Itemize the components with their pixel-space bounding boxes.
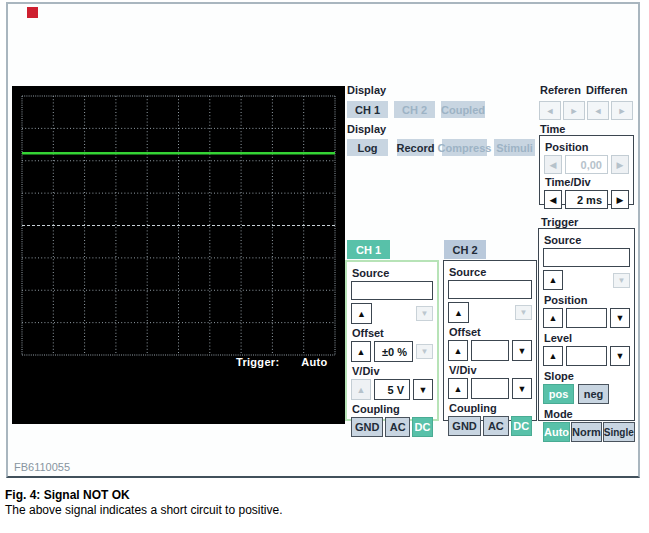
mode-single-button[interactable]: Single <box>603 422 635 442</box>
differential-next-button[interactable]: ► <box>611 101 633 120</box>
ch2-offset-up-button[interactable]: ▲ <box>448 340 468 361</box>
graticule-grid <box>12 86 345 424</box>
chevron-right-icon: ► <box>570 106 579 116</box>
display-modes-label: Display <box>347 123 386 135</box>
timediv-decrement-button[interactable]: ◀ <box>544 190 562 209</box>
mode-auto-button[interactable]: Auto <box>543 422 570 442</box>
reference-prev-button[interactable]: ◄ <box>539 101 561 120</box>
display-ch1-button[interactable]: CH 1 <box>347 101 388 118</box>
ch1-source-label: Source <box>352 267 433 279</box>
reference-label: Referen <box>540 84 581 96</box>
trigger-status-label: Trigger: <box>236 356 279 368</box>
trigger-position-label: Position <box>544 294 630 306</box>
trigger-panel: Source ▲ ▼ Position ▲ ▼ Level ▲ ▼ Slope … <box>538 228 635 421</box>
ch1-offset-label: Offset <box>352 327 433 339</box>
ch1-source-up-button[interactable]: ▲ <box>351 303 372 324</box>
ch1-ac-button[interactable]: AC <box>385 417 410 437</box>
down-arrow-icon: ▼ <box>419 385 428 395</box>
display-channels-label: Display <box>347 84 386 96</box>
trigger-panel-label: Trigger <box>541 216 578 228</box>
time-position-value[interactable]: 0,00 <box>565 155 608 174</box>
time-position-label: Position <box>545 141 629 153</box>
timediv-value[interactable]: 2 ms <box>565 190 608 209</box>
ch1-offset-down-button[interactable]: ▼ <box>416 344 433 359</box>
trigger-status-value: Auto <box>301 356 327 368</box>
differential-label: Differen <box>586 84 628 96</box>
left-arrow-icon: ◀ <box>550 160 557 170</box>
chevron-down-icon: ▼ <box>421 309 429 318</box>
caption-subtitle: The above signal indicates a short circu… <box>5 503 282 517</box>
up-arrow-icon: ▲ <box>549 351 558 361</box>
trigger-position-up-button[interactable]: ▲ <box>543 308 563 328</box>
oscilloscope-screen: Trigger:Auto <box>12 86 345 424</box>
trigger-mode-label: Mode <box>544 408 630 420</box>
display-ch2-button[interactable]: CH 2 <box>394 101 435 118</box>
trigger-source-label: Source <box>544 234 630 246</box>
ch2-source-dropdown-button[interactable]: ▼ <box>515 305 532 320</box>
right-arrow-icon: ▶ <box>617 160 624 170</box>
timediv-increment-button[interactable]: ▶ <box>611 190 629 209</box>
ch1-source-dropdown-button[interactable]: ▼ <box>416 306 433 321</box>
ch2-coupling-label: Coupling <box>449 402 532 414</box>
chevron-left-icon: ◄ <box>546 106 555 116</box>
chevron-down-icon: ▼ <box>421 347 429 356</box>
figure-id: FB6110055 <box>14 461 70 473</box>
ch1-offset-up-button[interactable]: ▲ <box>351 341 371 362</box>
down-arrow-icon: ▼ <box>518 346 527 356</box>
right-arrow-icon: ▶ <box>617 195 624 205</box>
ch2-vdiv-label: V/Div <box>449 364 532 376</box>
ch2-vdiv-down-button[interactable]: ▼ <box>512 378 532 399</box>
chevron-right-icon: ► <box>618 106 627 116</box>
differential-prev-button[interactable]: ◄ <box>587 101 609 120</box>
display-coupled-button[interactable]: Coupled <box>441 101 485 118</box>
trigger-source-dropdown-button[interactable]: ▼ <box>613 273 630 288</box>
slope-neg-button[interactable]: neg <box>578 384 609 404</box>
ch1-vdiv-value[interactable]: 5 V <box>374 379 410 400</box>
tab-ch1[interactable]: CH 1 <box>347 240 390 259</box>
up-arrow-icon: ▲ <box>357 347 366 357</box>
log-button[interactable]: Log <box>347 139 388 156</box>
time-position-decrement-button[interactable]: ◀ <box>544 155 562 174</box>
time-panel: Position ◀ 0,00 ▶ Time/Div ◀ 2 ms ▶ <box>539 135 634 205</box>
record-button[interactable]: Record <box>397 139 434 156</box>
ch1-offset-value[interactable]: ±0 % <box>374 341 413 362</box>
ch1-source-input[interactable] <box>351 281 433 300</box>
trigger-position-value[interactable] <box>566 308 607 328</box>
trigger-level-value[interactable] <box>566 346 607 366</box>
stimuli-button[interactable]: Stimuli <box>494 139 535 156</box>
ch1-vdiv-up-button[interactable]: ▲ <box>351 379 371 400</box>
trigger-level-down-button[interactable]: ▼ <box>610 346 630 366</box>
ch2-source-input[interactable] <box>448 280 532 299</box>
ch1-vdiv-down-button[interactable]: ▼ <box>413 379 433 400</box>
ch2-vdiv-up-button[interactable]: ▲ <box>448 378 468 399</box>
ch2-vdiv-value[interactable] <box>471 378 509 399</box>
up-arrow-icon: ▲ <box>454 384 463 394</box>
ch2-source-up-button[interactable]: ▲ <box>448 302 469 323</box>
tab-ch2[interactable]: CH 2 <box>444 240 486 259</box>
mode-norm-button[interactable]: Norm <box>571 422 602 442</box>
red-marker <box>27 7 38 18</box>
trigger-source-input[interactable] <box>543 248 630 267</box>
ch2-panel: Source ▲ ▼ Offset ▲ ▼ V/Div ▲ ▼ Coupling… <box>443 260 537 421</box>
up-arrow-icon: ▲ <box>549 313 558 323</box>
trigger-level-label: Level <box>544 332 630 344</box>
up-arrow-icon: ▲ <box>357 309 366 319</box>
trigger-status: Trigger:Auto <box>236 356 328 368</box>
ch1-coupling-label: Coupling <box>352 403 433 415</box>
trigger-position-down-button[interactable]: ▼ <box>610 308 630 328</box>
compress-button[interactable]: Compress <box>442 139 487 156</box>
timediv-label: Time/Div <box>545 176 629 188</box>
ch2-offset-down-button[interactable]: ▼ <box>512 340 532 361</box>
ch1-gnd-button[interactable]: GND <box>351 417 383 437</box>
reference-next-button[interactable]: ► <box>563 101 585 120</box>
ch2-offset-value[interactable] <box>471 340 509 361</box>
ch2-gnd-button[interactable]: GND <box>448 416 481 436</box>
trigger-level-up-button[interactable]: ▲ <box>543 346 563 366</box>
ch2-ac-button[interactable]: AC <box>483 416 508 436</box>
down-arrow-icon: ▼ <box>616 351 625 361</box>
ch1-dc-button[interactable]: DC <box>412 417 433 437</box>
trigger-source-up-button[interactable]: ▲ <box>543 270 563 290</box>
slope-pos-button[interactable]: pos <box>543 384 574 404</box>
time-position-increment-button[interactable]: ▶ <box>611 155 629 174</box>
ch2-dc-button[interactable]: DC <box>511 416 532 436</box>
